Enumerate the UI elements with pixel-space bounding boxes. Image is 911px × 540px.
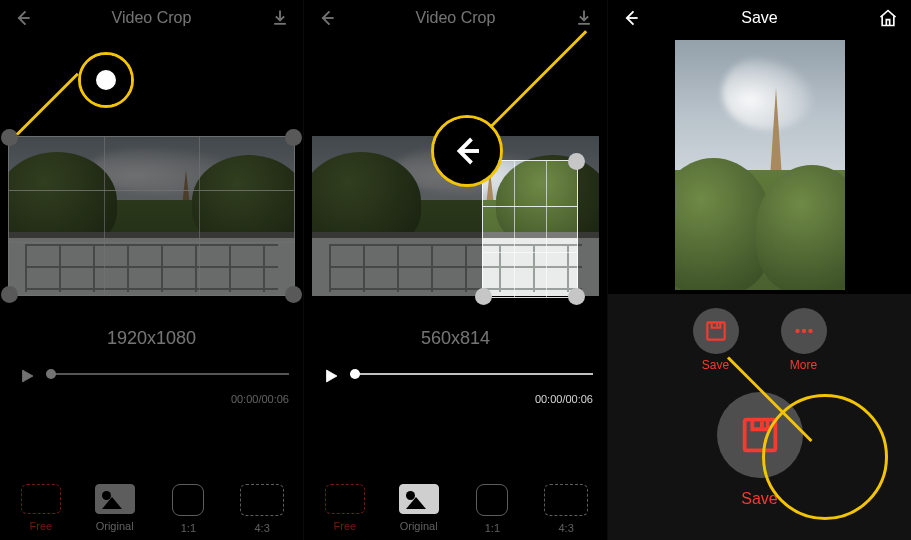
timecode: 00:00/00:06 — [535, 393, 593, 405]
more-button-label: More — [790, 358, 817, 372]
aspect-4-3[interactable]: 4:3 — [225, 484, 299, 534]
aspect-free[interactable]: Free — [308, 484, 382, 534]
timeline-thumb[interactable] — [350, 369, 360, 379]
back-arrow-icon — [449, 133, 485, 169]
timeline-track[interactable] — [46, 373, 289, 375]
aspect-label: 4:3 — [254, 522, 269, 534]
screen-title: Video Crop — [36, 9, 267, 27]
aspect-label: 1:1 — [181, 522, 196, 534]
save-button-large[interactable] — [717, 392, 803, 478]
aspect-ratio-bar: Free Original 1:1 4:3 — [0, 478, 303, 540]
svg-point-3 — [801, 329, 805, 333]
download-icon[interactable] — [267, 5, 293, 31]
aspect-free[interactable]: Free — [4, 484, 78, 534]
aspect-label: 1:1 — [485, 522, 500, 534]
timeline-track[interactable] — [350, 373, 593, 375]
svg-point-4 — [808, 329, 812, 333]
aspect-label: Free — [334, 520, 357, 532]
screen-save: Save Save — [608, 0, 911, 540]
aspect-ratio-bar: Free Original 1:1 4:3 — [304, 478, 607, 540]
play-icon[interactable] — [318, 363, 344, 389]
aspect-original[interactable]: Original — [382, 484, 456, 534]
back-icon[interactable] — [618, 5, 644, 31]
aspect-label: Free — [30, 520, 53, 532]
more-icon — [791, 318, 817, 344]
back-icon[interactable] — [10, 5, 36, 31]
aspect-original[interactable]: Original — [78, 484, 152, 534]
crop-preview[interactable] — [8, 42, 295, 222]
svg-point-2 — [795, 329, 799, 333]
play-icon[interactable] — [14, 363, 40, 389]
save-icon — [737, 412, 783, 458]
save-button-large-label: Save — [741, 490, 777, 508]
topbar: Save — [608, 0, 911, 36]
screen-crop-initial: Video Crop 1920 — [0, 0, 304, 540]
save-button-label: Save — [702, 358, 729, 372]
more-button[interactable]: More — [781, 308, 827, 372]
aspect-4-3[interactable]: 4:3 — [529, 484, 603, 534]
timeline[interactable]: 00:00/00:06 — [318, 363, 593, 399]
save-icon — [703, 318, 729, 344]
aspect-label: 4:3 — [558, 522, 573, 534]
download-icon[interactable] — [571, 5, 597, 31]
aspect-label: Original — [96, 520, 134, 532]
topbar: Video Crop — [0, 0, 303, 36]
screen-title: Video Crop — [340, 9, 571, 27]
save-button-small[interactable]: Save — [693, 308, 739, 372]
timeline[interactable]: 00:00/00:06 — [14, 363, 289, 399]
result-preview — [608, 40, 911, 290]
timecode: 00:00/00:06 — [231, 393, 289, 405]
home-icon[interactable] — [875, 5, 901, 31]
save-panel: Save More Save — [608, 294, 911, 540]
crop-handle-icon — [96, 70, 116, 90]
screen-crop-adjusted: Video Crop 560x — [304, 0, 608, 540]
tutorial-highlight-handle-fill — [81, 55, 131, 105]
dimensions-label: 560x814 — [304, 328, 607, 349]
aspect-1-1[interactable]: 1:1 — [456, 484, 530, 534]
screen-title: Save — [644, 9, 875, 27]
aspect-label: Original — [400, 520, 438, 532]
tutorial-highlight-download-fill — [434, 118, 500, 184]
timeline-thumb[interactable] — [46, 369, 56, 379]
aspect-1-1[interactable]: 1:1 — [152, 484, 226, 534]
topbar: Video Crop — [304, 0, 607, 36]
back-icon[interactable] — [314, 5, 340, 31]
dimensions-label: 1920x1080 — [0, 328, 303, 349]
